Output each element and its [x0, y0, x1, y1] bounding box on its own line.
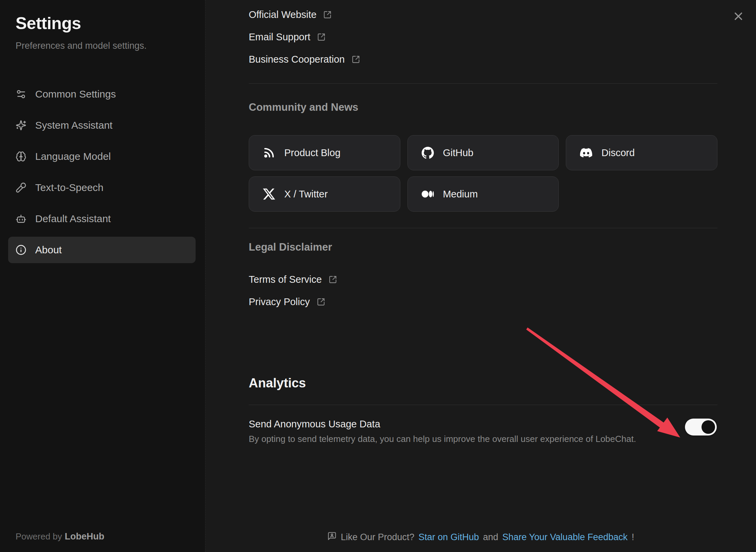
button-label: X / Twitter — [284, 189, 328, 200]
sidebar-item-default-assistant[interactable]: Default Assistant — [8, 206, 196, 232]
github-icon — [421, 146, 434, 159]
link-label: Business Cooperation — [249, 54, 345, 65]
contact-links: Official Website Email Support Business … — [249, 3, 717, 70]
usage-data-description: By opting to send telemetry data, you ca… — [249, 433, 717, 445]
lobehub-brand[interactable]: LobeHub — [65, 531, 104, 542]
sidebar-nav: Common Settings System Assistant Languag… — [8, 81, 196, 263]
x-twitter-button[interactable]: X / Twitter — [249, 176, 400, 212]
official-website-link[interactable]: Official Website — [249, 3, 717, 26]
analytics-heading: Analytics — [249, 376, 717, 390]
section-divider — [249, 228, 717, 228]
page-subtitle: Preferences and model settings. — [16, 41, 195, 51]
footer-text-middle: and — [483, 532, 498, 543]
contact-us-heading: Contact Us — [249, 0, 717, 1]
toggle-knob — [702, 420, 715, 434]
community-heading: Community and News — [249, 101, 717, 113]
mic-icon — [16, 182, 26, 193]
rss-icon — [263, 146, 275, 159]
brain-icon — [16, 151, 26, 162]
medium-icon — [421, 188, 434, 200]
button-label: Product Blog — [284, 147, 340, 158]
link-label: Official Website — [249, 9, 316, 20]
github-button[interactable]: GitHub — [407, 135, 559, 170]
discord-button[interactable]: Discord — [566, 135, 717, 170]
close-button[interactable] — [732, 9, 745, 23]
settings-modal: Settings Preferences and model settings.… — [0, 0, 756, 552]
button-label: Medium — [443, 189, 478, 200]
sidebar-item-text-to-speech[interactable]: Text-to-Speech — [8, 174, 196, 201]
button-label: Discord — [601, 147, 635, 158]
privacy-policy-link[interactable]: Privacy Policy — [249, 291, 717, 313]
legal-heading: Legal Disclaimer — [249, 241, 717, 253]
medium-button[interactable]: Medium — [407, 176, 559, 212]
feedback-footer: Like Our Product? Star on GitHub and Sha… — [205, 531, 756, 543]
sidebar-item-label: System Assistant — [35, 120, 112, 131]
star-on-github-link[interactable]: Star on GitHub — [419, 532, 479, 543]
sparkles-icon — [16, 120, 26, 131]
sidebar-item-label: Default Assistant — [35, 213, 111, 225]
x-icon — [263, 188, 275, 200]
external-link-icon — [329, 275, 337, 284]
usage-data-toggle[interactable] — [685, 419, 717, 436]
footer-text-prefix: Like Our Product? — [341, 532, 415, 543]
footer-text-suffix: ! — [632, 532, 635, 543]
section-divider — [249, 83, 717, 84]
sidebar-item-system-assistant[interactable]: System Assistant — [8, 112, 196, 139]
sidebar-item-about[interactable]: About — [8, 237, 196, 263]
terms-of-service-link[interactable]: Terms of Service — [249, 268, 717, 291]
external-link-icon — [323, 10, 332, 19]
business-cooperation-link[interactable]: Business Cooperation — [249, 48, 717, 70]
discord-icon — [580, 146, 593, 159]
sidebar-item-language-model[interactable]: Language Model — [8, 143, 196, 170]
usage-data-title: Send Anonymous Usage Data — [249, 417, 717, 431]
email-support-link[interactable]: Email Support — [249, 26, 717, 48]
analytics-setting-row: Send Anonymous Usage Data By opting to s… — [249, 417, 717, 445]
powered-by: Powered byLobeHub — [16, 531, 104, 542]
sliders-icon — [16, 89, 26, 100]
product-blog-button[interactable]: Product Blog — [249, 135, 400, 170]
sidebar-item-label: Language Model — [35, 151, 111, 162]
sidebar-item-label: Common Settings — [35, 88, 116, 100]
external-link-icon — [352, 55, 360, 64]
settings-sidebar: Settings Preferences and model settings.… — [0, 0, 205, 552]
external-link-icon — [317, 298, 325, 306]
section-divider — [249, 405, 717, 405]
feedback-bubble-icon — [327, 531, 337, 543]
external-link-icon — [317, 33, 326, 41]
legal-links: Terms of Service Privacy Policy — [249, 268, 717, 313]
about-panel: Contact Us Official Website Email Suppor… — [205, 0, 756, 552]
link-label: Email Support — [249, 31, 310, 43]
page-title: Settings — [16, 14, 195, 33]
sidebar-item-label: About — [35, 244, 62, 256]
community-buttons: Product Blog GitHub Discord X / Twitter — [249, 135, 717, 212]
info-icon — [16, 245, 26, 255]
sidebar-item-common-settings[interactable]: Common Settings — [8, 81, 196, 107]
button-label: GitHub — [443, 147, 473, 158]
link-label: Terms of Service — [249, 274, 322, 285]
share-feedback-link[interactable]: Share Your Valuable Feedback — [502, 532, 627, 543]
link-label: Privacy Policy — [249, 296, 310, 307]
bot-icon — [16, 213, 26, 224]
powered-by-text: Powered by — [16, 531, 62, 542]
sidebar-item-label: Text-to-Speech — [35, 182, 104, 193]
